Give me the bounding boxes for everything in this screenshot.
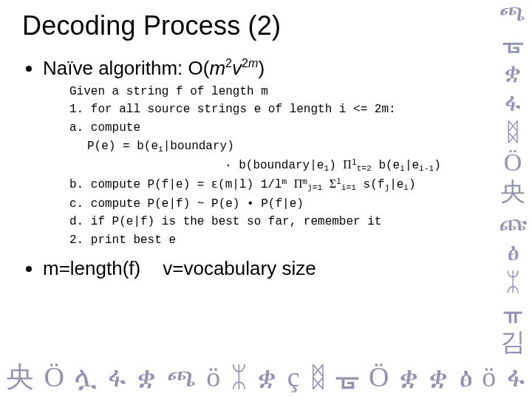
algo-line-a: a. compute [69,119,488,137]
algo-line-b: b. compute P(f|e) = ɛ(m|l) 1/lm Πmj=1 Σl… [69,175,488,194]
slide: ጫᚗቋ ፋᛥÖ 央ጩፅ ᛯᚂ김 央Öሏ ፋቋጫ öᛯቋ çᛥᚗ Öቋቋ ፅöፋ … [0,0,532,399]
algorithm-block: Given a string f of length m 1. for all … [69,83,488,250]
algo-line-pe-cont: · b(boundary|e1) Πlt=2 b(ei|ei-1) [69,156,488,175]
complexity-expression: Naïve algorithm: O(m2v2m) [43,57,265,79]
slide-title: Decoding Process (2) [22,10,488,41]
algo-line-1: 1. for all source strings e of length i … [69,100,488,119]
algo-line-c: c. compute P(e|f) ~ P(e) • P(f|e) [69,195,488,214]
algo-line-given: Given a string f of length m [69,83,488,101]
bullet-complexity: Naïve algorithm: O(m2v2m) Given a string… [43,56,488,250]
algo-line-d: d. if P(e|f) is the best so far, remembe… [69,213,488,231]
note-m: m=length(f) [43,257,140,279]
slide-content: Decoding Process (2) Naïve algorithm: O(… [0,0,532,280]
note-v: v=vocabulary size [163,257,316,279]
bullet-list: Naïve algorithm: O(m2v2m) Given a string… [22,56,488,280]
algo-line-2: 2. print best e [69,231,488,250]
algo-line-pe: P(e) = b(e1|boundary) [69,137,488,156]
bullet-notes: m=length(f)v=vocabulary size [43,257,488,280]
decorative-glyphs-bottom: 央Öሏ ፋቋጫ öᛯቋ çᛥᚗ Öቋቋ ፅöፋ [0,355,532,399]
